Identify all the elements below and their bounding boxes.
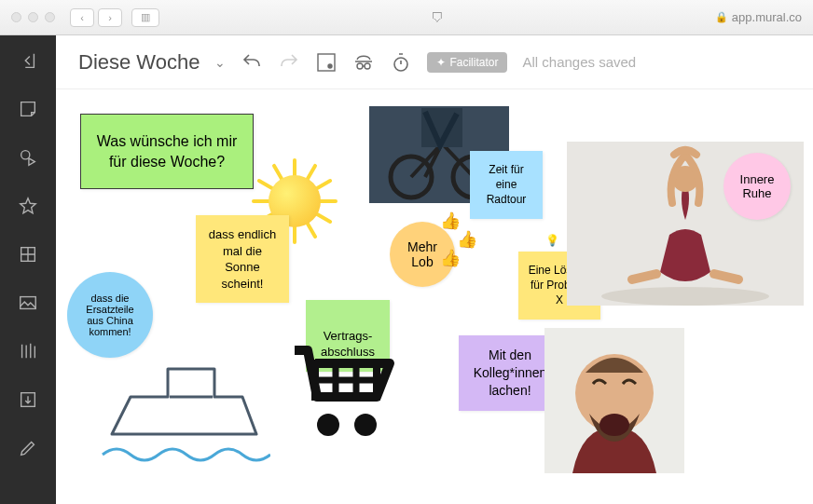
browser-chrome: ‹ › ▥ ⛉ 🔒 app.mural.co (0, 0, 813, 35)
left-sidebar (0, 35, 56, 504)
url-host: app.mural.co (732, 10, 802, 24)
thumbs-up-icon: 👍 (457, 229, 477, 250)
forward-button[interactable]: › (98, 8, 122, 27)
note-sun-wish[interactable]: dass endlich mal die Sonne scheint! (196, 215, 289, 303)
svg-rect-2 (21, 297, 36, 309)
lock-icon: 🔒 (715, 11, 728, 23)
thumbs-up-icon: 👍 (440, 211, 461, 231)
note-text: Innere Ruhe (733, 172, 781, 200)
timer-icon[interactable] (390, 51, 412, 74)
top-toolbar: Diese Woche ⌄ ✦ Facilitator All changes … (56, 35, 813, 89)
sticky-note-icon[interactable] (18, 99, 38, 119)
lightbulb-icon: 💡 (545, 234, 559, 247)
undo-icon[interactable] (241, 51, 263, 74)
address-bar[interactable]: 🔒 app.mural.co (715, 10, 802, 24)
note-text: dass die Ersatzteile aus China kommen! (76, 293, 144, 337)
svg-point-14 (354, 414, 377, 436)
shield-icon: ⛉ (431, 10, 444, 25)
facilitator-label: Facilitator (449, 56, 498, 69)
facilitator-badge[interactable]: ✦ Facilitator (427, 52, 507, 73)
svg-point-7 (365, 63, 370, 69)
files-icon[interactable] (18, 341, 38, 361)
note-text: Zeit für eine Radtour (487, 163, 527, 206)
save-status: All changes saved (522, 54, 636, 70)
star-icon[interactable] (18, 196, 38, 216)
image-icon[interactable] (18, 293, 38, 313)
svg-point-13 (317, 414, 339, 436)
sidebar-toggle[interactable]: ▥ (131, 8, 159, 27)
svg-point-24 (599, 414, 629, 436)
shape-icon[interactable] (18, 147, 38, 168)
traffic-dot[interactable] (28, 12, 38, 22)
note-spare-parts[interactable]: dass die Ersatzteile aus China kommen! (67, 272, 153, 358)
svg-point-20 (601, 287, 769, 306)
cart-icon[interactable] (287, 341, 399, 443)
private-mode-icon[interactable] (315, 51, 338, 74)
draw-icon[interactable] (18, 438, 38, 458)
note-text: Mehr Lob (399, 239, 446, 269)
nav-buttons: ‹ › (70, 8, 122, 27)
note-text: dass endlich mal die Sonne scheint! (209, 227, 276, 291)
back-button[interactable]: ‹ (70, 8, 94, 27)
note-text: Mit den Kolleg*innen lachen! (474, 347, 547, 398)
redo-icon[interactable] (278, 51, 300, 74)
ship-drawing[interactable] (93, 350, 270, 471)
canvas[interactable]: Was wünsche ich mir für diese Woche? das… (56, 89, 813, 504)
svg-point-5 (328, 64, 332, 68)
import-icon[interactable] (18, 389, 38, 410)
window-traffic-lights (11, 12, 55, 22)
traffic-dot[interactable] (11, 12, 21, 22)
note-calm[interactable]: Innere Ruhe (723, 153, 791, 220)
note-bike[interactable]: Zeit für eine Radtour (470, 151, 543, 219)
thumbs-up-icon: 👍 (440, 248, 461, 268)
svg-point-6 (357, 63, 363, 69)
exit-icon[interactable] (18, 50, 38, 71)
traffic-dot[interactable] (45, 12, 55, 22)
photo-laughing[interactable] (544, 328, 684, 473)
mural-title[interactable]: Diese Woche (78, 50, 200, 75)
incognito-icon[interactable] (352, 51, 375, 74)
svg-rect-4 (318, 54, 335, 71)
frameworks-icon[interactable] (18, 244, 38, 265)
note-text: Was wünsche ich mir für diese Woche? (97, 133, 238, 170)
title-dropdown-icon[interactable]: ⌄ (214, 55, 226, 70)
note-prompt[interactable]: Was wünsche ich mir für diese Woche? (80, 114, 254, 189)
